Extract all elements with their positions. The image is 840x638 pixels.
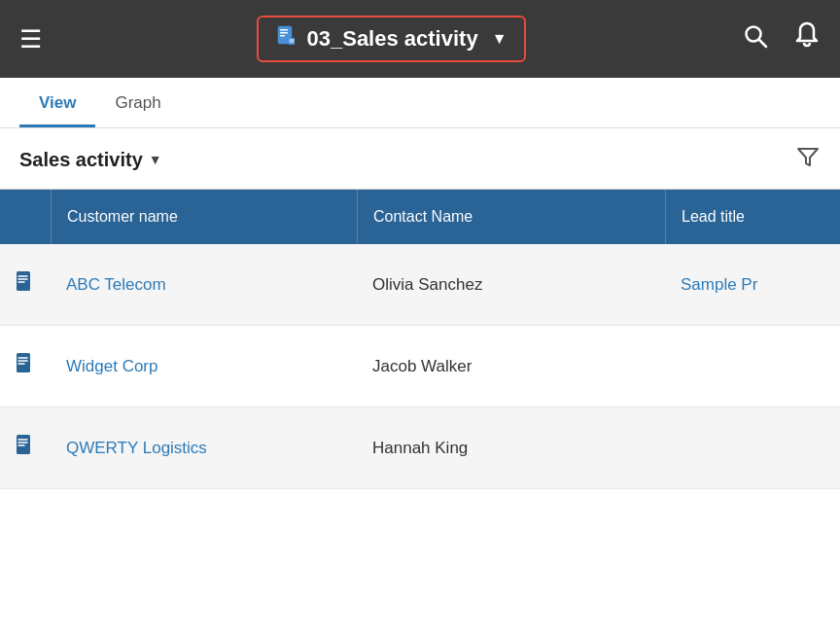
search-icon[interactable]	[741, 21, 770, 57]
filter-icon[interactable]	[795, 144, 821, 175]
data-table: Customer name Contact Name Lead title AB…	[0, 189, 840, 489]
section-title[interactable]: Sales activity ▼	[19, 149, 162, 171]
row-contact-name: Jacob Walker	[357, 326, 665, 407]
svg-rect-8	[17, 435, 30, 454]
table-row: QWERTY Logistics Hannah King	[0, 408, 840, 489]
svg-rect-6	[17, 271, 30, 291]
row-icon-cell	[0, 352, 51, 381]
svg-rect-2	[280, 32, 288, 34]
header-left: ☰	[19, 26, 42, 52]
row-lead-title	[665, 326, 840, 407]
row-contact-name: Olivia Sanchez	[357, 244, 665, 325]
svg-line-5	[758, 39, 766, 47]
header-center: 03_Sales activity ▼	[257, 16, 527, 62]
tabs-bar: View Graph	[0, 78, 840, 128]
bell-icon[interactable]	[793, 21, 821, 57]
table-row: Widget Corp Jacob Walker	[0, 326, 840, 408]
tab-graph[interactable]: Graph	[95, 80, 180, 126]
report-title-box[interactable]: 03_Sales activity ▼	[257, 16, 527, 62]
hamburger-icon[interactable]: ☰	[19, 26, 42, 52]
section-title-text: Sales activity	[19, 149, 143, 171]
table-header-customer-name: Customer name	[51, 190, 357, 244]
report-doc-icon	[276, 25, 298, 53]
svg-rect-7	[17, 353, 30, 372]
table-row: ABC Telecom Olivia Sanchez Sample Pr	[0, 244, 840, 326]
svg-rect-1	[280, 29, 288, 31]
header-right	[741, 21, 821, 57]
row-doc-icon	[15, 352, 36, 381]
row-lead-title[interactable]: Sample Pr	[665, 244, 840, 325]
section-title-chevron-icon: ▼	[149, 152, 162, 167]
svg-rect-3	[280, 35, 285, 37]
section-header: Sales activity ▼	[0, 128, 840, 189]
row-lead-title	[665, 408, 840, 488]
app-header: ☰ 03_Sales activity ▼	[0, 0, 840, 78]
report-title-text: 03_Sales activity	[307, 26, 478, 52]
row-contact-name: Hannah King	[357, 408, 665, 488]
row-icon-cell	[0, 270, 51, 300]
row-doc-icon	[15, 434, 36, 463]
row-doc-icon	[15, 270, 36, 300]
table-header-contact-name: Contact Name	[357, 190, 665, 244]
row-customer-name[interactable]: ABC Telecom	[51, 244, 357, 325]
table-header-lead-title: Lead title	[665, 190, 840, 244]
table-header-row: Customer name Contact Name Lead title	[0, 190, 840, 244]
title-chevron-icon: ▼	[492, 30, 508, 48]
row-customer-name[interactable]: QWERTY Logistics	[51, 408, 357, 488]
row-icon-cell	[0, 434, 51, 463]
tab-view[interactable]: View	[19, 80, 95, 126]
row-customer-name[interactable]: Widget Corp	[51, 326, 357, 407]
